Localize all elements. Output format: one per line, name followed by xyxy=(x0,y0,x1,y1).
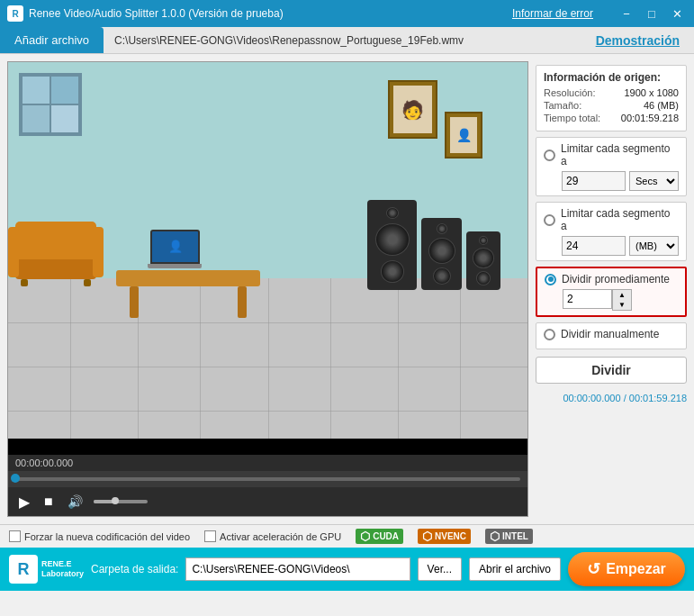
wall-window xyxy=(19,73,82,136)
empezar-button[interactable]: ↺ Empezar xyxy=(568,552,685,586)
logo-text: RENE.E Laboratory xyxy=(41,559,84,579)
laptop: 👤 xyxy=(150,230,260,268)
title-text: Renee Video/Audio Splitter 1.0.0 (Versió… xyxy=(29,7,284,20)
table-group: 👤 xyxy=(116,230,260,286)
speaker-medium xyxy=(421,218,462,290)
option1-input[interactable] xyxy=(562,171,626,191)
checkbox-bar: Forzar la nueva codificación del video A… xyxy=(0,524,694,548)
info-row-time: Tiempo total: 00:01:59.218 xyxy=(544,113,679,123)
floor-tiles xyxy=(8,278,527,455)
size-label: Tamaño: xyxy=(544,100,581,111)
logo-area: R RENE.E Laboratory xyxy=(9,555,84,584)
checkbox-encoding-label: Forzar la nueva codificación del video xyxy=(24,531,190,542)
play-button[interactable]: ▶ xyxy=(15,492,33,512)
current-time-display: 00:00:00.000 xyxy=(15,457,73,468)
checkbox-gpu[interactable] xyxy=(204,530,216,542)
open-file-button[interactable]: Abrir el archivo xyxy=(469,557,561,581)
video-time-bar: 00:00:00.000 xyxy=(8,455,527,471)
option-item-manual: Dividir manualmente xyxy=(536,322,687,349)
option3-control: ▲ ▼ xyxy=(563,289,678,311)
radio-option1[interactable] xyxy=(544,149,555,161)
browse-button[interactable]: Ver... xyxy=(418,557,462,581)
info-row-resolution: Resolución: 1900 x 1080 xyxy=(544,87,679,98)
radio-option3[interactable] xyxy=(545,274,556,285)
option4-header: Dividir manualmente xyxy=(544,328,679,340)
info-section: Información de origen: Resolución: 1900 … xyxy=(536,65,687,131)
logo-icon: R xyxy=(9,555,38,584)
check-item-encoding[interactable]: Forzar la nueva codificación del video xyxy=(9,530,190,542)
picture-frame-2: 👤 xyxy=(445,112,482,159)
radio-option2[interactable] xyxy=(544,214,555,226)
file-path-display: C:\Users\RENEE-GONG\Videos\Renepassnow_P… xyxy=(104,27,581,53)
empezar-label: Empezar xyxy=(606,561,666,577)
option3-header: Dividir promediamente xyxy=(545,273,678,285)
video-controls: ▶ ■ 🔊 xyxy=(8,487,527,516)
right-panel: Información de origen: Resolución: 1900 … xyxy=(536,61,687,517)
time-label: Tiempo total: xyxy=(544,113,600,123)
option1-label: Limitar cada segmento a xyxy=(561,142,679,168)
size-value: 46 (MB) xyxy=(644,100,679,111)
app-icon: R xyxy=(7,5,23,22)
badge-intel: ⬡ INTEL xyxy=(485,529,533,544)
speakers-group xyxy=(367,200,500,290)
spinner-down[interactable]: ▼ xyxy=(613,300,631,310)
divide-button[interactable]: Dividir xyxy=(536,357,687,384)
check-item-gpu[interactable]: Activar aceleración de GPU xyxy=(204,530,341,542)
output-bar: R RENE.E Laboratory Carpeta de salida: V… xyxy=(0,548,694,591)
option2-input[interactable] xyxy=(562,236,626,256)
option2-control: (MB) (KB) xyxy=(562,236,679,256)
badge-nvenc: ⬡ NVENC xyxy=(418,529,471,544)
radio-option4[interactable] xyxy=(544,329,555,340)
add-file-tab[interactable]: Añadir archivo xyxy=(0,27,104,53)
black-bar-bottom xyxy=(8,439,527,455)
badge-cuda: ⬡ CUDA xyxy=(356,529,403,544)
empezar-icon: ↺ xyxy=(587,559,600,579)
volume-icon: 🔊 xyxy=(64,493,86,511)
option3-spinner-input[interactable] xyxy=(563,289,612,309)
menu-bar: Añadir archivo C:\Users\RENEE-GONG\Video… xyxy=(0,27,694,54)
spinner-up[interactable]: ▲ xyxy=(613,290,631,300)
info-title: Información de origen: xyxy=(544,71,679,84)
option2-dropdown[interactable]: (MB) (KB) xyxy=(629,236,679,256)
output-label: Carpeta de salida: xyxy=(91,563,178,575)
option1-control: Secs Mins xyxy=(562,171,679,191)
speaker-small xyxy=(466,231,500,290)
output-path-input[interactable] xyxy=(185,557,410,581)
error-report-link[interactable]: Informar de error xyxy=(512,7,593,20)
picture-frame-1: 🧑 xyxy=(388,80,437,139)
option2-label: Limitar cada segmento a xyxy=(561,207,679,232)
video-display[interactable]: 🧑 👤 xyxy=(8,62,527,455)
option-item-time: Limitar cada segmento a Secs Mins xyxy=(536,137,687,196)
option1-dropdown[interactable]: Secs Mins xyxy=(629,171,679,191)
speaker-large xyxy=(367,200,417,290)
title-bar-left: R Renee Video/Audio Splitter 1.0.0 (Vers… xyxy=(7,5,284,22)
spinner-wrap: ▲ ▼ xyxy=(563,289,632,311)
video-preview: 🧑 👤 xyxy=(8,62,527,455)
resolution-value: 1900 x 1080 xyxy=(624,87,679,98)
scrubber-thumb[interactable] xyxy=(11,474,20,483)
info-row-size: Tamaño: 46 (MB) xyxy=(544,100,679,111)
checkbox-gpu-label: Activar aceleración de GPU xyxy=(220,531,341,542)
scrubber-track[interactable] xyxy=(15,477,520,481)
table-top xyxy=(116,270,260,286)
close-button[interactable]: ✕ xyxy=(667,5,687,22)
volume-slider[interactable] xyxy=(94,500,148,503)
stop-button[interactable]: ■ xyxy=(41,492,57,512)
option-item-size: Limitar cada segmento a (MB) (KB) xyxy=(536,202,687,261)
time-display-right: 00:00:00.000 / 00:01:59.218 xyxy=(536,391,687,405)
video-panel: 🧑 👤 xyxy=(7,61,528,517)
options-section: Limitar cada segmento a Secs Mins Limita… xyxy=(536,137,687,349)
video-scrubber[interactable] xyxy=(8,471,527,487)
option4-label: Dividir manualmente xyxy=(561,328,659,340)
volume-thumb[interactable] xyxy=(112,497,119,504)
option2-header: Limitar cada segmento a xyxy=(544,207,679,232)
minimize-button[interactable]: − xyxy=(617,5,636,22)
option-item-average: Dividir promediamente ▲ ▼ xyxy=(536,267,687,317)
option3-label: Dividir promediamente xyxy=(562,273,670,285)
title-bar-right: Informar de error − □ ✕ xyxy=(512,5,687,22)
time-value: 00:01:59.218 xyxy=(621,113,679,123)
checkbox-encoding[interactable] xyxy=(9,530,21,542)
option3-spinner: ▲ ▼ xyxy=(612,289,632,311)
main-content: 🧑 👤 xyxy=(0,54,694,524)
maximize-button[interactable]: □ xyxy=(642,5,662,22)
